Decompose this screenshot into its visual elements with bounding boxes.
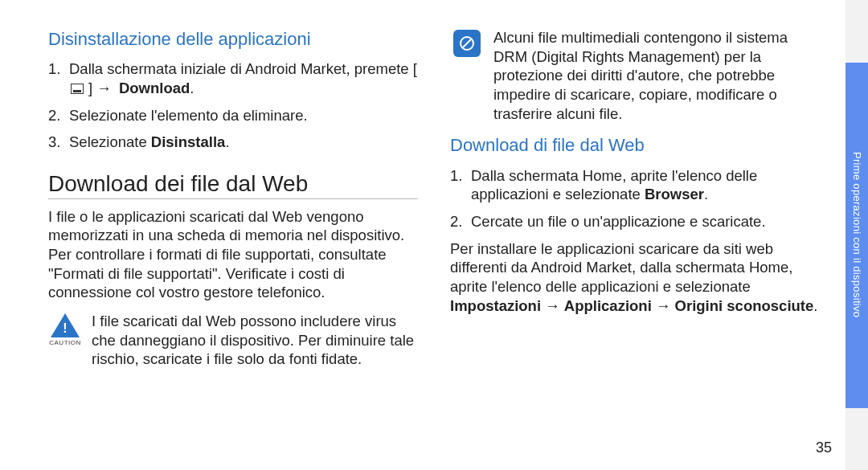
heading-download-web: Download dei file dal Web (48, 170, 418, 199)
caution-callout: CAUTION I file scaricati dal Web possono… (48, 312, 418, 369)
right-column: Alcuni file multimediali contengono il s… (450, 28, 820, 380)
period: . (190, 80, 194, 96)
sidebar-active-tab: Prime operazioni con il dispositivo (845, 63, 868, 408)
note-callout: Alcuni file multimediali contengono il s… (450, 28, 820, 123)
caution-text: I file scaricati dal Web possono include… (92, 312, 418, 369)
note-icon (453, 30, 481, 57)
bold-browser: Browser (645, 186, 704, 202)
step-text: Selezionate (69, 133, 151, 150)
list-item: Dalla schermata Home, aprite l'elenco de… (450, 166, 820, 204)
download-steps: Dalla schermata Home, aprite l'elenco de… (450, 166, 820, 231)
note-icon-wrap (450, 28, 484, 123)
sidebar-spacer (845, 408, 868, 471)
list-item: Cercate un file o un'applicazione e scar… (450, 212, 820, 231)
bold-download: Download (119, 80, 190, 96)
sidebar-spacer (845, 0, 868, 63)
menu-icon (71, 84, 84, 94)
arrow: → (652, 297, 675, 314)
period: . (225, 133, 229, 150)
period: . (704, 186, 708, 202)
note-text: Alcuni file multimediali contengono il s… (493, 28, 820, 123)
caution-label: CAUTION (49, 339, 81, 347)
list-item: Selezionate l'elemento da eliminare. (48, 106, 418, 125)
paragraph-install: Per installare le applicazioni scaricare… (450, 239, 820, 316)
triangle-icon (51, 313, 80, 337)
bold-applicazioni: Applicazioni (564, 297, 652, 314)
page-number: 35 (816, 439, 832, 457)
heading-download-file: Download di file dal Web (450, 134, 820, 157)
sidebar-tabs: Prime operazioni con il dispositivo (845, 0, 868, 470)
heading-uninstall: Disinstallazione delle applicazioni (48, 28, 418, 51)
paragraph-download: I file o le applicazioni scaricati dal W… (48, 207, 418, 302)
list-item: Dalla schermata iniziale di Android Mark… (48, 59, 418, 97)
caution-icon: CAUTION (48, 312, 82, 369)
install-text: Per installare le applicazioni scaricare… (450, 240, 792, 295)
left-column: Disinstallazione delle applicazioni Dall… (48, 28, 418, 380)
step-text: Dalla schermata iniziale di Android Mark… (69, 60, 417, 77)
bold-impostazioni: Impostazioni (450, 297, 541, 314)
bold-origini: Origini sconosciute (675, 297, 814, 314)
arrow: → (541, 297, 564, 314)
step-text: Cercate un file o un'applicazione e scar… (471, 213, 766, 230)
svg-line-1 (463, 39, 471, 47)
step-text: Dalla schermata Home, aprite l'elenco de… (471, 167, 757, 203)
uninstall-steps: Dalla schermata iniziale di Android Mark… (48, 59, 418, 152)
list-item: Selezionate Disinstalla. (48, 133, 418, 152)
period: . (813, 297, 817, 314)
arrow-text: ] → (85, 80, 119, 96)
bold-disinstalla: Disinstalla (151, 133, 226, 150)
page-content: Disinstallazione delle applicazioni Dall… (0, 0, 868, 380)
step-text: Selezionate l'elemento da eliminare. (69, 107, 308, 124)
